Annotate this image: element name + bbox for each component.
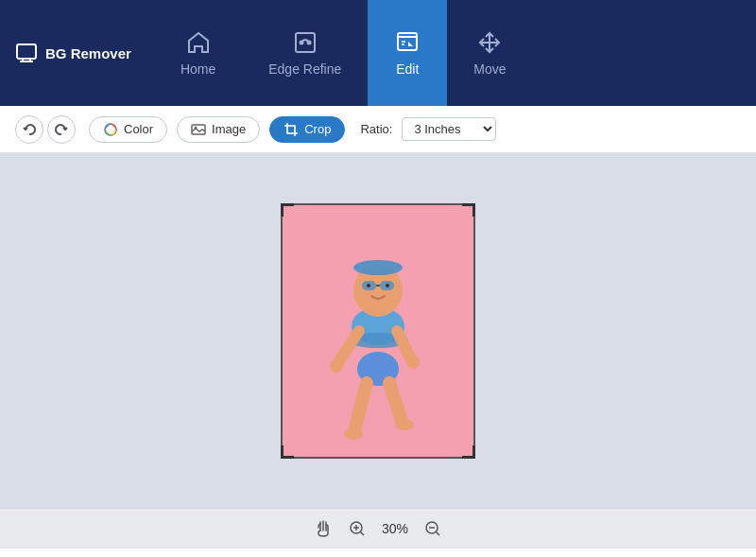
home-icon (185, 29, 212, 56)
tab-edit[interactable]: Edit (368, 0, 447, 106)
zoom-bar: 30% (0, 508, 756, 548)
svg-point-2 (300, 42, 302, 44)
tab-edge-refine[interactable]: Edge Refine (242, 0, 368, 106)
crop-handle-bl[interactable] (281, 445, 294, 459)
crop-handle-tr[interactable] (462, 203, 475, 217)
ratio-select[interactable]: 3 Inches 1:1 4:3 16:9 Free (402, 117, 496, 141)
tab-edge-refine-label: Edge Refine (268, 61, 341, 77)
svg-line-31 (360, 531, 364, 535)
crop-handle-tl[interactable] (281, 203, 294, 217)
image-button[interactable]: Image (177, 116, 260, 143)
svg-rect-4 (398, 33, 417, 50)
app-title: BG Remover (45, 45, 131, 61)
color-icon (103, 122, 118, 137)
toolbar: Color Image Crop Ratio: 3 Inches 1:1 4:3… (0, 106, 756, 153)
canvas-area (0, 153, 756, 508)
redo-icon (55, 123, 68, 136)
zoom-in-icon (348, 519, 367, 538)
crop-button[interactable]: Crop (269, 116, 345, 143)
edge-refine-icon (292, 29, 318, 56)
header: BG Remover Home Edge Refine (0, 0, 756, 106)
svg-rect-1 (296, 33, 315, 52)
move-icon (476, 29, 503, 56)
pan-tool-button[interactable] (314, 519, 333, 538)
svg-rect-0 (17, 44, 36, 59)
tab-move[interactable]: Move (447, 0, 532, 106)
image-label: Image (212, 122, 246, 136)
color-label: Color (124, 122, 153, 136)
nav-tabs: Home Edge Refine Edit (154, 0, 533, 106)
tab-move-label: Move (473, 61, 506, 77)
svg-point-3 (307, 42, 310, 44)
zoom-in-button[interactable] (348, 519, 367, 538)
edit-icon (394, 29, 421, 56)
svg-rect-8 (287, 126, 295, 133)
svg-line-34 (437, 531, 440, 535)
redo-button[interactable] (47, 115, 76, 144)
zoom-out-button[interactable] (423, 519, 442, 538)
tab-home[interactable]: Home (154, 0, 242, 106)
bottom-bar: New Image Download (0, 548, 756, 557)
image-icon (191, 122, 206, 137)
undo-button[interactable] (15, 115, 43, 144)
tab-home-label: Home (180, 61, 215, 77)
pan-icon (314, 519, 333, 538)
crop-overlay (281, 203, 475, 459)
crop-label: Crop (304, 122, 331, 136)
zoom-percent: 30% (382, 521, 408, 536)
color-button[interactable]: Color (89, 116, 167, 143)
logo-icon (15, 42, 38, 64)
app-logo: BG Remover (15, 42, 131, 64)
tab-edit-label: Edit (396, 61, 419, 77)
image-container (281, 203, 475, 459)
crop-icon (284, 122, 299, 137)
zoom-out-icon (423, 519, 442, 538)
crop-handle-br[interactable] (462, 445, 475, 459)
undo-icon (23, 123, 36, 136)
undo-redo-group (15, 115, 76, 144)
ratio-label: Ratio: (360, 122, 392, 136)
